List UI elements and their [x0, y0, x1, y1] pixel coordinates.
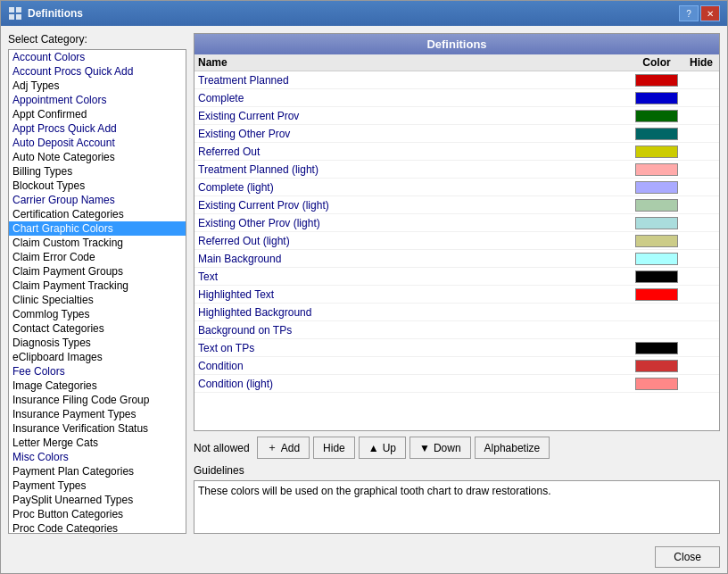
- category-item[interactable]: Auto Note Categories: [9, 150, 186, 164]
- category-item[interactable]: eClipboard Images: [9, 350, 186, 364]
- guidelines-content: These colors will be used on the graphic…: [198, 485, 551, 497]
- category-item[interactable]: Adj Types: [9, 79, 186, 93]
- color-swatch: [635, 199, 678, 212]
- svg-rect-1: [16, 7, 21, 12]
- color-swatch: [635, 92, 678, 104]
- category-item[interactable]: Payment Plan Categories: [9, 464, 186, 478]
- table-row[interactable]: Treatment Planned (light): [194, 161, 719, 179]
- row-name: Main Background: [194, 252, 630, 266]
- col-header-color: Color: [630, 56, 683, 69]
- table-row[interactable]: Existing Other Prov: [194, 125, 719, 143]
- table-row[interactable]: Complete: [194, 89, 719, 107]
- category-item[interactable]: Contact Categories: [9, 321, 186, 336]
- hide-button[interactable]: Hide: [313, 437, 355, 459]
- add-button[interactable]: ＋ Add: [257, 437, 310, 459]
- svg-rect-2: [9, 14, 14, 20]
- category-item[interactable]: Chart Graphic Colors: [9, 221, 186, 236]
- color-swatch: [635, 110, 678, 122]
- table-row[interactable]: Treatment Planned: [194, 71, 719, 89]
- row-name: Treatment Planned (light): [194, 162, 630, 177]
- category-item[interactable]: Carrier Group Names: [9, 193, 186, 207]
- row-color: [630, 329, 683, 331]
- category-item[interactable]: Insurance Filing Code Group: [9, 393, 186, 407]
- category-item[interactable]: Appt Confirmed: [9, 107, 186, 121]
- table-row[interactable]: Referred Out (light): [194, 232, 719, 250]
- category-item[interactable]: Claim Payment Groups: [9, 264, 186, 279]
- table-row[interactable]: Highlighted Background: [194, 304, 719, 321]
- up-button[interactable]: ▲ Up: [359, 437, 406, 459]
- add-icon: ＋: [267, 440, 277, 455]
- column-headers: Name Color Hide: [194, 54, 719, 71]
- table-row[interactable]: Referred Out: [194, 143, 719, 161]
- table-row[interactable]: Existing Other Prov (light): [194, 214, 719, 232]
- table-row[interactable]: Condition (light): [194, 375, 719, 393]
- close-button[interactable]: Close: [655, 546, 720, 568]
- color-swatch: [635, 217, 678, 229]
- table-row[interactable]: Text: [194, 268, 719, 286]
- down-button[interactable]: ▼ Down: [410, 437, 471, 459]
- category-item[interactable]: Commlog Types: [9, 307, 186, 321]
- category-item[interactable]: Claim Payment Tracking: [9, 279, 186, 293]
- window-title: Definitions: [28, 7, 83, 20]
- row-color: [630, 270, 683, 284]
- row-color: [630, 73, 683, 87]
- down-label: Down: [434, 442, 461, 454]
- up-label: Up: [383, 442, 396, 454]
- category-item[interactable]: Appointment Colors: [9, 93, 186, 107]
- color-swatch: [635, 74, 678, 87]
- category-item[interactable]: Clinic Specialties: [9, 293, 186, 307]
- definitions-header: Definitions: [194, 34, 719, 54]
- row-color: [630, 198, 683, 212]
- row-name: Referred Out: [194, 145, 630, 159]
- category-item[interactable]: Image Categories: [9, 379, 186, 393]
- category-item[interactable]: Payment Types: [9, 478, 186, 493]
- row-color: [630, 234, 683, 248]
- category-item[interactable]: Proc Code Categories: [9, 521, 186, 534]
- up-arrow-icon: ▲: [368, 442, 379, 454]
- row-color: [630, 216, 683, 230]
- table-row[interactable]: Existing Current Prov (light): [194, 196, 719, 214]
- category-list[interactable]: Account ColorsAccount Procs Quick AddAdj…: [8, 49, 186, 534]
- row-color: [630, 145, 683, 159]
- category-item[interactable]: Fee Colors: [9, 364, 186, 379]
- help-button[interactable]: ?: [679, 5, 699, 21]
- row-color: [630, 341, 683, 355]
- row-name: Text on TPs: [194, 341, 630, 355]
- category-item[interactable]: Insurance Payment Types: [9, 407, 186, 421]
- table-row[interactable]: Background on TPs: [194, 321, 719, 339]
- table-row[interactable]: Main Background: [194, 250, 719, 268]
- table-row[interactable]: Highlighted Text: [194, 286, 719, 304]
- category-item[interactable]: Blockout Types: [9, 179, 186, 193]
- category-item[interactable]: PaySplit Unearned Types: [9, 493, 186, 507]
- category-item[interactable]: Appt Procs Quick Add: [9, 121, 186, 136]
- definitions-scroll-area[interactable]: Treatment PlannedCompleteExisting Curren…: [194, 71, 719, 430]
- color-swatch: [635, 342, 678, 354]
- window-close-button[interactable]: ✕: [700, 5, 720, 21]
- category-item[interactable]: Account Procs Quick Add: [9, 64, 186, 79]
- alphabetize-button[interactable]: Alphabetize: [475, 437, 550, 459]
- row-name: Highlighted Background: [194, 305, 630, 320]
- table-row[interactable]: Text on TPs: [194, 339, 719, 357]
- category-item[interactable]: Billing Types: [9, 164, 186, 179]
- left-panel: Select Category: Account ColorsAccount P…: [8, 33, 186, 534]
- row-color: [630, 162, 683, 177]
- color-swatch: [635, 288, 678, 301]
- table-row[interactable]: Complete (light): [194, 179, 719, 196]
- row-name: Condition: [194, 359, 630, 373]
- category-item[interactable]: Certification Categories: [9, 207, 186, 221]
- row-color: [630, 180, 683, 195]
- table-row[interactable]: Existing Current Prov: [194, 107, 719, 125]
- color-swatch: [635, 181, 678, 194]
- category-item[interactable]: Insurance Verification Status: [9, 421, 186, 436]
- category-item[interactable]: Proc Button Categories: [9, 507, 186, 521]
- category-item[interactable]: Misc Colors: [9, 450, 186, 464]
- category-item[interactable]: Diagnosis Types: [9, 336, 186, 350]
- category-item[interactable]: Auto Deposit Account: [9, 136, 186, 150]
- category-item[interactable]: Letter Merge Cats: [9, 436, 186, 450]
- category-item[interactable]: Claim Error Code: [9, 250, 186, 264]
- table-row[interactable]: Condition: [194, 357, 719, 375]
- definitions-table: Definitions Name Color Hide Treatment Pl…: [194, 33, 720, 431]
- row-color: [630, 377, 683, 391]
- category-item[interactable]: Claim Custom Tracking: [9, 236, 186, 250]
- category-item[interactable]: Account Colors: [9, 50, 186, 64]
